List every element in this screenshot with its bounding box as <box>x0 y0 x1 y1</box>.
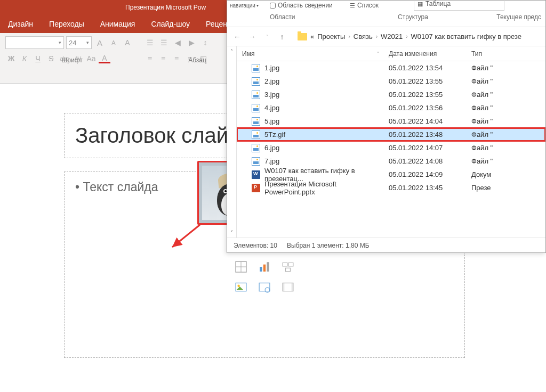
svg-point-10 <box>237 285 239 287</box>
file-row[interactable]: Презентация Microsoft PowerPoint.pptx05.… <box>237 181 545 194</box>
font-group-label: Шрифт <box>5 56 139 64</box>
bullets-icon[interactable]: ☰ <box>144 37 156 48</box>
status-selected: Выбран 1 элемент: 1,80 МБ <box>287 242 370 249</box>
breadcrumb-item[interactable]: W0107 как вставить гифку в презе <box>411 32 522 40</box>
header-name[interactable]: Имя <box>242 50 254 58</box>
nav-up-icon[interactable]: ↑ <box>276 31 288 43</box>
file-row[interactable]: 5.jpg05.01.2022 14:04Файл " <box>237 115 545 128</box>
breadcrumb-prefix[interactable]: « <box>310 32 314 40</box>
file-row[interactable]: 1.jpg05.01.2022 13:54Файл " <box>237 61 545 75</box>
explorer-status-bar: Элементов: 10 Выбран 1 элемент: 1,80 МБ <box>227 238 545 252</box>
file-type-icon <box>252 170 260 179</box>
tab-animation[interactable]: Анимация <box>92 15 143 33</box>
list-view-icon[interactable]: ☰ <box>350 2 355 9</box>
table-view-box[interactable]: ▦ Таблица <box>414 0 504 11</box>
file-name: 7.jpg <box>264 157 279 165</box>
current-view-label: Текущее предс <box>496 13 541 21</box>
file-type-icon <box>252 64 260 72</box>
line-spacing-icon[interactable]: ↕ <box>199 37 211 48</box>
breadcrumb-item[interactable]: Проекты <box>317 32 345 40</box>
decrease-font-icon[interactable]: A <box>108 37 119 48</box>
file-name: 5.jpg <box>264 117 279 125</box>
header-type[interactable]: Тип <box>471 50 545 58</box>
tab-transitions[interactable]: Переходы <box>41 15 92 33</box>
file-date: 05.01.2022 13:54 <box>389 64 471 72</box>
insert-picture-icon[interactable] <box>235 281 247 293</box>
file-type: Файл " <box>471 144 545 152</box>
breadcrumb[interactable]: « Проекты › Связь › W2021 › W0107 как вс… <box>310 32 521 40</box>
tab-design[interactable]: Дизайн <box>0 15 41 33</box>
file-list-header[interactable]: Имя˄ Дата изменения Тип <box>237 46 545 61</box>
file-row[interactable]: 6.jpg05.01.2022 14:07Файл " <box>237 141 545 154</box>
file-type-icon <box>252 130 260 139</box>
structure-group-label: Структура <box>398 13 428 21</box>
explorer-nav-bar: ← → ˅ ↑ « Проекты › Связь › W2021 › W010… <box>227 27 545 46</box>
clear-format-icon[interactable]: A <box>122 37 133 48</box>
svg-rect-5 <box>267 262 269 272</box>
insert-chart-icon[interactable] <box>259 261 270 273</box>
file-row[interactable]: 5Tz.gif05.01.2022 13:48Файл " <box>237 128 545 141</box>
nav-back-icon[interactable]: ← <box>231 31 243 43</box>
file-name: 2.jpg <box>264 77 279 85</box>
file-name: 1.jpg <box>264 64 279 72</box>
nav-recent-icon[interactable]: ˅ <box>261 31 273 43</box>
font-name-combo[interactable]: ▾ <box>5 36 64 49</box>
svg-rect-8 <box>286 268 291 272</box>
file-date: 05.01.2022 14:07 <box>389 144 471 152</box>
file-name: 3.jpg <box>264 91 279 99</box>
svg-rect-15 <box>292 283 293 291</box>
svg-rect-6 <box>283 263 287 266</box>
areas-group-label: Области <box>270 13 295 21</box>
file-type: Файл " <box>471 64 545 72</box>
folder-icon <box>298 33 307 40</box>
file-type-icon <box>252 144 260 152</box>
content-placeholder-icons <box>235 261 294 293</box>
file-row[interactable]: 3.jpg05.01.2022 13:55Файл " <box>237 88 545 101</box>
insert-online-picture-icon[interactable] <box>259 281 270 293</box>
svg-rect-7 <box>288 263 293 266</box>
svg-point-12 <box>265 288 270 292</box>
file-row[interactable]: W0107 как вставить гифку в презентац...0… <box>237 168 545 181</box>
font-size-combo[interactable]: 24▾ <box>66 36 92 49</box>
file-date: 05.01.2022 14:08 <box>389 157 471 165</box>
tab-slideshow[interactable]: Слайд-шоу <box>143 15 198 33</box>
file-type: Файл " <box>471 157 545 165</box>
insert-video-icon[interactable] <box>282 281 294 293</box>
file-date: 05.01.2022 13:55 <box>389 77 471 85</box>
file-type-icon <box>252 184 260 192</box>
tree-scrollbar[interactable]: ˄ ˅ <box>227 46 237 238</box>
header-date[interactable]: Дата изменения <box>389 50 471 58</box>
file-type: Презе <box>471 184 545 192</box>
file-list: Имя˄ Дата изменения Тип 1.jpg05.01.2022 … <box>237 46 545 238</box>
sort-indicator-icon: ˄ <box>377 51 379 56</box>
svg-rect-3 <box>260 267 262 272</box>
breadcrumb-item[interactable]: Связь <box>354 32 373 40</box>
file-name: 5Tz.gif <box>264 130 285 138</box>
file-row[interactable]: 7.jpg05.01.2022 14:08Файл " <box>237 154 545 168</box>
indent-inc-icon[interactable]: ▶ <box>186 37 197 48</box>
breadcrumb-item[interactable]: W2021 <box>381 32 403 40</box>
file-type: Файл " <box>471 130 545 138</box>
numbering-icon[interactable]: ☰ <box>158 37 170 48</box>
file-explorer-window: навигации ▾ Область сведении ☰ Список ▦ … <box>227 0 546 253</box>
details-pane-checkbox[interactable] <box>270 3 276 9</box>
svg-rect-11 <box>259 283 270 291</box>
indent-dec-icon[interactable]: ◀ <box>172 37 183 48</box>
file-name: 6.jpg <box>264 144 279 152</box>
nav-forward-icon[interactable]: → <box>246 31 258 43</box>
increase-font-icon[interactable]: A <box>94 37 106 48</box>
insert-table-icon[interactable] <box>235 261 247 273</box>
file-type: Файл " <box>471 104 545 112</box>
table-view-label: Таблица <box>425 0 451 7</box>
scroll-down-icon[interactable]: ˅ <box>230 230 233 235</box>
slide-title-text: Заголовок слайда <box>75 124 253 148</box>
file-row[interactable]: 2.jpg05.01.2022 13:55Файл " <box>237 75 545 88</box>
table-view-icon: ▦ <box>417 1 423 7</box>
file-date: 05.01.2022 13:45 <box>389 184 471 192</box>
file-type: Файл " <box>471 91 545 99</box>
scroll-up-icon[interactable]: ˄ <box>230 48 233 54</box>
svg-rect-14 <box>283 283 284 291</box>
file-row[interactable]: 4.jpg05.01.2022 13:56Файл " <box>237 101 545 115</box>
insert-smartart-icon[interactable] <box>282 261 294 273</box>
details-pane-label: Область сведении <box>278 2 333 9</box>
